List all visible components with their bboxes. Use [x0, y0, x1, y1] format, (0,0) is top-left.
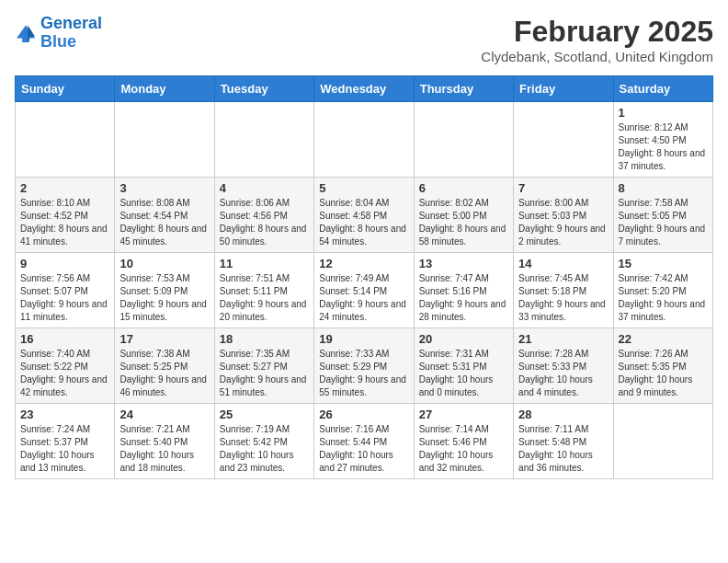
day-info: Sunrise: 7:11 AM Sunset: 5:48 PM Dayligh…: [518, 423, 608, 475]
day-header-tuesday: Tuesday: [214, 76, 313, 102]
calendar-header-row: SundayMondayTuesdayWednesdayThursdayFrid…: [16, 76, 713, 102]
day-number: 15: [619, 257, 708, 270]
day-cell: 16Sunrise: 7:40 AM Sunset: 5:22 PM Dayli…: [16, 328, 115, 404]
day-info: Sunrise: 7:35 AM Sunset: 5:27 PM Dayligh…: [220, 348, 309, 399]
day-cell: 11Sunrise: 7:51 AM Sunset: 5:11 PM Dayli…: [214, 253, 313, 328]
day-info: Sunrise: 7:47 AM Sunset: 5:16 PM Dayligh…: [419, 272, 508, 324]
day-info: Sunrise: 7:38 AM Sunset: 5:25 PM Dayligh…: [119, 348, 209, 399]
logo-line1: General: [40, 14, 102, 32]
day-number: 7: [518, 181, 608, 195]
day-info: Sunrise: 7:33 AM Sunset: 5:29 PM Dayligh…: [319, 348, 408, 399]
day-cell: 15Sunrise: 7:42 AM Sunset: 5:20 PM Dayli…: [613, 253, 712, 328]
day-number: 24: [119, 408, 209, 421]
week-row-4: 16Sunrise: 7:40 AM Sunset: 5:22 PM Dayli…: [16, 328, 713, 404]
day-number: 26: [319, 408, 408, 421]
logo-text: General Blue: [40, 15, 102, 52]
day-number: 10: [119, 257, 209, 270]
day-info: Sunrise: 7:56 AM Sunset: 5:07 PM Dayligh…: [20, 272, 109, 324]
title-block: February 2025 Clydebank, Scotland, Unite…: [481, 15, 713, 64]
day-info: Sunrise: 7:14 AM Sunset: 5:46 PM Dayligh…: [419, 423, 508, 475]
day-info: Sunrise: 7:19 AM Sunset: 5:42 PM Dayligh…: [220, 423, 309, 475]
day-info: Sunrise: 7:26 AM Sunset: 5:35 PM Dayligh…: [619, 348, 708, 399]
day-info: Sunrise: 8:06 AM Sunset: 4:56 PM Dayligh…: [220, 197, 309, 248]
day-cell: 6Sunrise: 8:02 AM Sunset: 5:00 PM Daylig…: [414, 178, 513, 253]
day-cell: 2Sunrise: 8:10 AM Sunset: 4:52 PM Daylig…: [16, 178, 115, 253]
day-number: 4: [220, 181, 309, 195]
day-number: 22: [619, 332, 708, 346]
day-cell: 14Sunrise: 7:45 AM Sunset: 5:18 PM Dayli…: [514, 253, 613, 328]
day-cell: [16, 102, 115, 178]
logo: General Blue: [15, 15, 102, 52]
day-cell: 8Sunrise: 7:58 AM Sunset: 5:05 PM Daylig…: [613, 178, 712, 253]
week-row-5: 23Sunrise: 7:24 AM Sunset: 5:37 PM Dayli…: [16, 404, 713, 479]
day-cell: 13Sunrise: 7:47 AM Sunset: 5:16 PM Dayli…: [414, 253, 513, 328]
month-title: February 2025: [481, 15, 713, 49]
page-header: General Blue February 2025 Clydebank, Sc…: [15, 15, 713, 64]
location: Clydebank, Scotland, United Kingdom: [481, 49, 713, 64]
day-cell: 17Sunrise: 7:38 AM Sunset: 5:25 PM Dayli…: [115, 328, 214, 404]
day-cell: 4Sunrise: 8:06 AM Sunset: 4:56 PM Daylig…: [214, 178, 313, 253]
day-cell: 21Sunrise: 7:28 AM Sunset: 5:33 PM Dayli…: [514, 328, 613, 404]
day-info: Sunrise: 8:04 AM Sunset: 4:58 PM Dayligh…: [319, 197, 408, 248]
day-number: 12: [319, 257, 408, 270]
logo-icon: [15, 24, 37, 42]
day-info: Sunrise: 8:08 AM Sunset: 4:54 PM Dayligh…: [119, 197, 209, 248]
day-cell: 26Sunrise: 7:16 AM Sunset: 5:44 PM Dayli…: [314, 404, 414, 479]
day-header-monday: Monday: [115, 76, 214, 102]
week-row-3: 9Sunrise: 7:56 AM Sunset: 5:07 PM Daylig…: [16, 253, 713, 328]
day-cell: [314, 102, 414, 178]
day-cell: 28Sunrise: 7:11 AM Sunset: 5:48 PM Dayli…: [514, 404, 613, 479]
day-number: 8: [619, 181, 708, 195]
day-cell: [414, 102, 513, 178]
day-info: Sunrise: 7:21 AM Sunset: 5:40 PM Dayligh…: [119, 423, 209, 475]
day-number: 18: [220, 332, 309, 346]
logo-line2: Blue: [40, 32, 76, 51]
day-info: Sunrise: 7:28 AM Sunset: 5:33 PM Dayligh…: [518, 348, 608, 399]
day-header-sunday: Sunday: [16, 76, 115, 102]
day-cell: 22Sunrise: 7:26 AM Sunset: 5:35 PM Dayli…: [613, 328, 712, 404]
day-number: 9: [20, 257, 109, 270]
day-number: 6: [419, 181, 508, 195]
day-cell: [115, 102, 214, 178]
day-cell: [514, 102, 613, 178]
day-info: Sunrise: 7:40 AM Sunset: 5:22 PM Dayligh…: [20, 348, 109, 399]
day-info: Sunrise: 7:24 AM Sunset: 5:37 PM Dayligh…: [20, 423, 109, 475]
day-header-thursday: Thursday: [414, 76, 513, 102]
day-number: 21: [518, 332, 608, 346]
day-info: Sunrise: 7:45 AM Sunset: 5:18 PM Dayligh…: [518, 272, 608, 324]
day-info: Sunrise: 8:00 AM Sunset: 5:03 PM Dayligh…: [518, 197, 608, 248]
calendar-table: SundayMondayTuesdayWednesdayThursdayFrid…: [15, 75, 713, 479]
day-cell: 10Sunrise: 7:53 AM Sunset: 5:09 PM Dayli…: [115, 253, 214, 328]
day-number: 20: [419, 332, 508, 346]
day-number: 14: [518, 257, 608, 270]
day-info: Sunrise: 8:12 AM Sunset: 4:50 PM Dayligh…: [619, 121, 708, 173]
day-cell: 9Sunrise: 7:56 AM Sunset: 5:07 PM Daylig…: [16, 253, 115, 328]
day-info: Sunrise: 7:53 AM Sunset: 5:09 PM Dayligh…: [119, 272, 209, 324]
day-cell: 23Sunrise: 7:24 AM Sunset: 5:37 PM Dayli…: [16, 404, 115, 479]
day-cell: 20Sunrise: 7:31 AM Sunset: 5:31 PM Dayli…: [414, 328, 513, 404]
day-number: 3: [119, 181, 209, 195]
day-cell: 5Sunrise: 8:04 AM Sunset: 4:58 PM Daylig…: [314, 178, 414, 253]
day-info: Sunrise: 8:02 AM Sunset: 5:00 PM Dayligh…: [419, 197, 508, 248]
day-cell: 24Sunrise: 7:21 AM Sunset: 5:40 PM Dayli…: [115, 404, 214, 479]
day-cell: 3Sunrise: 8:08 AM Sunset: 4:54 PM Daylig…: [115, 178, 214, 253]
day-header-wednesday: Wednesday: [314, 76, 414, 102]
day-cell: 7Sunrise: 8:00 AM Sunset: 5:03 PM Daylig…: [514, 178, 613, 253]
day-number: 19: [319, 332, 408, 346]
day-cell: 1Sunrise: 8:12 AM Sunset: 4:50 PM Daylig…: [613, 102, 712, 178]
day-info: Sunrise: 7:42 AM Sunset: 5:20 PM Dayligh…: [619, 272, 708, 324]
day-info: Sunrise: 7:51 AM Sunset: 5:11 PM Dayligh…: [220, 272, 309, 324]
week-row-2: 2Sunrise: 8:10 AM Sunset: 4:52 PM Daylig…: [16, 178, 713, 253]
day-info: Sunrise: 7:31 AM Sunset: 5:31 PM Dayligh…: [419, 348, 508, 399]
day-number: 13: [419, 257, 508, 270]
day-number: 27: [419, 408, 508, 421]
day-cell: [613, 404, 712, 479]
day-cell: 19Sunrise: 7:33 AM Sunset: 5:29 PM Dayli…: [314, 328, 414, 404]
day-cell: 12Sunrise: 7:49 AM Sunset: 5:14 PM Dayli…: [314, 253, 414, 328]
day-number: 1: [619, 106, 708, 120]
day-number: 23: [20, 408, 109, 421]
day-number: 5: [319, 181, 408, 195]
day-header-saturday: Saturday: [613, 76, 712, 102]
day-info: Sunrise: 8:10 AM Sunset: 4:52 PM Dayligh…: [20, 197, 109, 248]
week-row-1: 1Sunrise: 8:12 AM Sunset: 4:50 PM Daylig…: [16, 102, 713, 178]
